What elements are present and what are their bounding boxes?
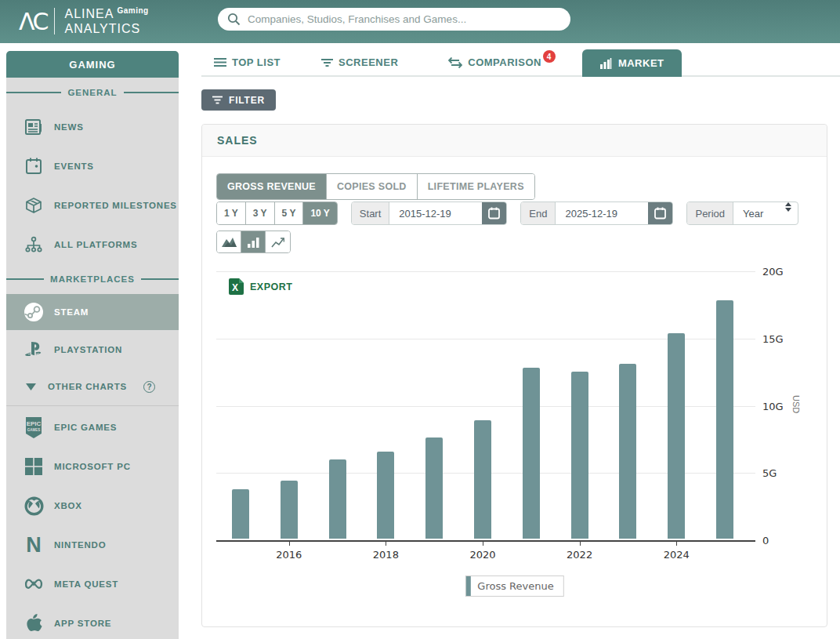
funnel-icon [212, 96, 223, 104]
tab-market[interactable]: MARKET [582, 49, 682, 77]
search-icon [227, 13, 241, 26]
sidebar-title-gaming[interactable]: GAMING [6, 51, 179, 78]
sidebar: GAMING GENERAL NEWS EVENTS REPORTED MILE… [6, 51, 179, 639]
x-axis-tick [676, 540, 677, 546]
x-tick-label: 2024 [664, 549, 690, 561]
start-date-label: Start [352, 202, 389, 224]
gridline [216, 271, 755, 272]
sidebar-item-meta-quest[interactable]: META QUEST [6, 565, 179, 604]
sidebar-item-microsoft-pc[interactable]: MICROSOFT PC [6, 447, 179, 486]
bar-2025[interactable] [716, 300, 733, 539]
bar-chart-button[interactable] [241, 231, 266, 252]
xbox-icon [24, 496, 44, 516]
end-date-field: End 2025-12-19 [520, 202, 673, 225]
logo-mark: ΛC [19, 8, 46, 35]
chart-controls: 1 Y 3 Y 5 Y 10 Y Start 2015-12-19 End 20… [216, 202, 798, 225]
bar-2023[interactable] [619, 364, 636, 539]
bar-2016[interactable] [281, 481, 298, 539]
area-chart-icon [222, 237, 237, 247]
chevron-down-icon [24, 376, 38, 397]
bar-2020[interactable] [474, 420, 491, 539]
nintendo-icon: N [24, 535, 44, 555]
steam-icon [24, 302, 44, 322]
range-1y-button[interactable]: 1 Y [217, 202, 246, 224]
tab-comparison[interactable]: COMPARISON 4 [442, 56, 548, 75]
tab-top-list[interactable]: TOP LIST [208, 56, 287, 75]
sidebar-item-other-charts[interactable]: OTHER CHARTS ? [6, 369, 179, 404]
start-calendar-button[interactable] [482, 202, 506, 224]
bar-2018[interactable] [377, 452, 394, 539]
logo-divider [54, 8, 55, 34]
y-tick-label: 5G [762, 467, 777, 479]
tab-gross-revenue[interactable]: GROSS REVENUE [217, 174, 327, 199]
search-placeholder: Companies, Studios, Franchises and Games… [248, 13, 466, 25]
y-tick-label: 10G [762, 400, 784, 412]
sidebar-divider [6, 405, 179, 406]
microsoft-icon [24, 456, 44, 477]
y-tick-label: 20G [762, 266, 784, 278]
filter-button[interactable]: FILTER [201, 89, 276, 111]
meta-icon [24, 574, 44, 594]
range-10y-button[interactable]: 10 Y [303, 202, 336, 224]
bar-2024[interactable] [668, 333, 685, 539]
brand-subtitle: ANALYTICS [64, 22, 148, 36]
plot-area: 05G10G15G20G20162018202020222024 [216, 271, 749, 540]
range-3y-button[interactable]: 3 Y [246, 202, 275, 224]
line-chart-icon [271, 237, 284, 248]
bar-2019[interactable] [425, 437, 443, 539]
app-header: ΛC ALINEAGaming ANALYTICS Companies, Stu… [0, 0, 840, 43]
sidebar-item-all-platforms[interactable]: ALL PLATFORMS [6, 225, 179, 264]
end-date-input[interactable]: 2025-12-19 [556, 202, 648, 224]
y-axis-title: USD [791, 395, 801, 413]
sidebar-item-steam[interactable]: STEAM [6, 294, 179, 330]
sidebar-item-playstation[interactable]: PLAYSTATION [6, 330, 179, 369]
playstation-icon [24, 339, 44, 360]
bar-2021[interactable] [523, 368, 540, 539]
tab-screener[interactable]: SCREENER [315, 56, 404, 75]
start-date-input[interactable]: 2015-12-19 [389, 202, 482, 224]
period-select[interactable]: Year [733, 202, 784, 224]
sidebar-item-news[interactable]: NEWS [6, 107, 179, 147]
x-tick-label: 2018 [373, 549, 399, 561]
tab-lifetime-players[interactable]: LIFETIME PLAYERS [418, 174, 534, 199]
sidebar-item-nintendo[interactable]: N NINTENDO [6, 525, 179, 565]
bar-2017[interactable] [329, 459, 346, 539]
select-arrows-icon[interactable] [785, 202, 791, 224]
x-tick-label: 2022 [567, 549, 592, 561]
newspaper-icon [24, 117, 44, 137]
brand-superscript: Gaming [117, 6, 148, 15]
bar-chart-icon [248, 237, 259, 248]
brand-text: ALINEAGaming ANALYTICS [64, 6, 148, 36]
bar-2022[interactable] [571, 372, 588, 539]
line-chart-button[interactable] [266, 231, 290, 252]
sidebar-section-general: GENERAL [6, 78, 179, 107]
apple-icon [24, 613, 44, 634]
range-5y-button[interactable]: 5 Y [275, 202, 304, 224]
sidebar-item-xbox[interactable]: XBOX [6, 486, 179, 525]
x-tick-label: 2016 [276, 549, 302, 561]
end-calendar-button[interactable] [648, 202, 672, 224]
comparison-badge: 4 [543, 50, 556, 63]
brand-name: ALINEA [64, 8, 114, 21]
global-search-input[interactable]: Companies, Studios, Franchises and Games… [218, 8, 570, 31]
help-icon[interactable]: ? [143, 381, 155, 393]
sidebar-item-reported-milestones[interactable]: REPORTED MILESTONES [6, 186, 179, 225]
calendar-icon [488, 207, 500, 220]
app-logo[interactable]: ΛC ALINEAGaming ANALYTICS [19, 6, 149, 36]
sidebar-item-epic-games[interactable]: EPICGAMES EPIC GAMES [6, 408, 179, 447]
legend-gross-revenue[interactable]: Gross Revenue [465, 575, 563, 597]
list-icon [214, 57, 226, 67]
x-tick-label: 2020 [469, 549, 495, 561]
tab-copies-sold[interactable]: COPIES SOLD [327, 174, 418, 199]
end-date-label: End [521, 202, 556, 224]
calendar-icon [654, 207, 666, 220]
epic-games-icon: EPICGAMES [24, 417, 44, 437]
x-axis-tick [483, 540, 483, 546]
package-icon [24, 195, 44, 216]
x-axis-tick [580, 540, 581, 546]
sidebar-item-events[interactable]: EVENTS [6, 147, 179, 186]
area-chart-button[interactable] [217, 231, 241, 252]
svg-text:GAMES: GAMES [27, 428, 41, 432]
sidebar-item-app-store[interactable]: APP STORE [6, 604, 179, 639]
bar-2015[interactable] [232, 489, 249, 539]
